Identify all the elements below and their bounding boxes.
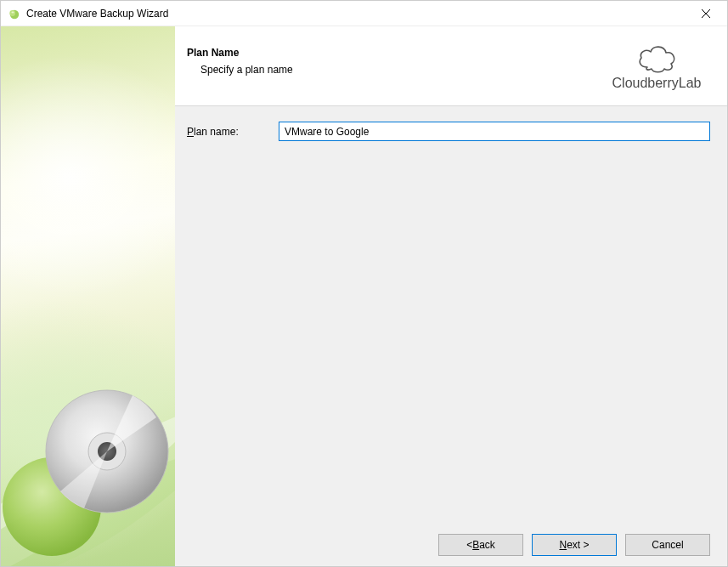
window-title: Create VMware Backup Wizard bbox=[26, 8, 688, 20]
page-subtitle: Specify a plan name bbox=[200, 64, 601, 76]
svg-point-2 bbox=[11, 11, 14, 13]
content-column: Plan Name Specify a plan name Cloudberry… bbox=[175, 26, 727, 566]
brand-text: CloudberryLab bbox=[612, 76, 702, 91]
back-button[interactable]: < Back bbox=[438, 534, 523, 556]
next-button[interactable]: Next > bbox=[532, 534, 617, 556]
cancel-button[interactable]: Cancel bbox=[625, 534, 710, 556]
brand-logo: CloudberryLab bbox=[601, 42, 712, 91]
sidebar-decoration bbox=[1, 26, 175, 566]
wizard-footer: < Back Next > Cancel bbox=[187, 524, 710, 556]
wizard-header: Plan Name Specify a plan name Cloudberry… bbox=[175, 26, 727, 106]
cloud-icon bbox=[633, 42, 680, 74]
plan-name-input[interactable] bbox=[279, 122, 710, 141]
form-area: Plan name: < Back Next > Cancel bbox=[175, 106, 727, 566]
close-button[interactable] bbox=[688, 2, 724, 26]
disc-icon bbox=[1, 371, 175, 558]
plan-name-row: Plan name: bbox=[187, 122, 710, 141]
plan-name-label: Plan name: bbox=[187, 126, 263, 138]
wizard-body: Plan Name Specify a plan name Cloudberry… bbox=[1, 26, 727, 566]
app-icon bbox=[8, 7, 21, 20]
title-bar: Create VMware Backup Wizard bbox=[1, 1, 727, 26]
page-title: Plan Name bbox=[187, 47, 601, 59]
